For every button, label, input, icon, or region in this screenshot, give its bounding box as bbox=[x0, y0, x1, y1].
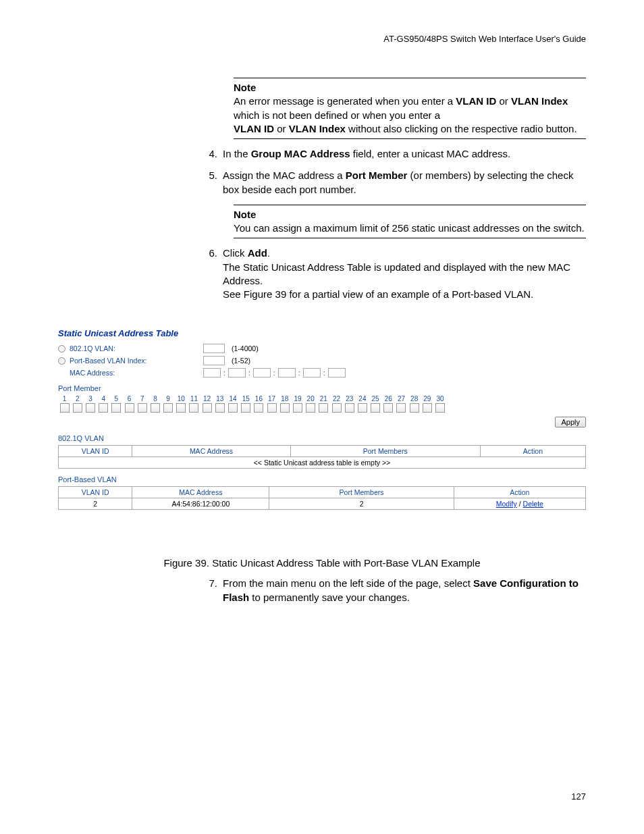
port-checkbox[interactable] bbox=[291, 402, 304, 413]
port-checkbox[interactable] bbox=[317, 402, 330, 413]
modify-link[interactable]: Modify bbox=[496, 500, 517, 508]
tbl2-h-action: Action bbox=[454, 487, 585, 498]
note1-t3: without also clicking on the respective … bbox=[346, 123, 577, 134]
port-number-label: 16 bbox=[252, 395, 265, 402]
note1-title: Note bbox=[234, 81, 586, 95]
apply-row: Apply bbox=[58, 417, 586, 427]
port-checkbox[interactable] bbox=[58, 402, 71, 413]
mac-octet-3[interactable] bbox=[253, 368, 271, 377]
port-checkbox[interactable] bbox=[188, 402, 200, 413]
port-checkbox[interactable] bbox=[175, 402, 188, 413]
port-checkbox[interactable] bbox=[382, 402, 395, 413]
step6-num: 6. bbox=[200, 246, 217, 301]
tbl1-header-row: VLAN ID MAC Address Port Members Action bbox=[59, 446, 586, 457]
tbl2-h-mac: MAC Address bbox=[132, 487, 269, 498]
port-checkbox[interactable] bbox=[226, 402, 239, 413]
main-content: Note An error message is generated when … bbox=[200, 78, 586, 301]
port-number-label: 1 bbox=[58, 395, 71, 402]
port-checkbox[interactable] bbox=[395, 402, 408, 413]
step5-a: Assign the MAC address a bbox=[223, 170, 346, 181]
figure-39: Static Unicast Address Table 802.1Q VLAN… bbox=[58, 328, 586, 510]
note1-vlanindex2: VLAN Index bbox=[289, 123, 346, 134]
row-8021q-vlan: 802.1Q VLAN: (1-4000) bbox=[58, 344, 586, 353]
content-after-figure: 7. From the main menu on the left side o… bbox=[200, 577, 586, 604]
input-portbased-index[interactable] bbox=[203, 356, 225, 365]
port-number-label: 10 bbox=[175, 395, 188, 402]
port-number-label: 21 bbox=[317, 395, 330, 402]
port-checkbox[interactable] bbox=[149, 402, 161, 413]
port-checkbox[interactable] bbox=[408, 402, 421, 413]
port-checkbox[interactable] bbox=[136, 402, 149, 413]
note1-bottom-rule bbox=[234, 138, 586, 139]
step-6: 6. Click Add. The Static Unicast Address… bbox=[200, 246, 586, 301]
port-checkbox[interactable] bbox=[84, 402, 97, 413]
label-portbased: Port-Based VLAN Index: bbox=[70, 357, 146, 365]
mac-octet-1[interactable] bbox=[203, 368, 221, 377]
tbl1-empty-text: << Static Unicast address table is empty… bbox=[59, 457, 586, 469]
note1-t2: which is not been defined or when you en… bbox=[234, 109, 440, 121]
port-checkbox[interactable] bbox=[110, 402, 123, 413]
input-8021q-vlan[interactable] bbox=[203, 344, 225, 353]
port-number-label: 26 bbox=[382, 395, 395, 402]
delete-link[interactable]: Delete bbox=[523, 500, 543, 508]
port-number-label: 2 bbox=[71, 395, 84, 402]
steps-list-3: 7. From the main menu on the left side o… bbox=[200, 577, 586, 604]
row-mac-address: MAC Address: : : : : : bbox=[58, 368, 586, 377]
note2-bottom-rule bbox=[234, 238, 586, 238]
port-checkbox[interactable] bbox=[123, 402, 136, 413]
apply-button[interactable]: Apply bbox=[555, 417, 586, 427]
step6-line3: See Figure 39 for a partial view of an e… bbox=[223, 288, 533, 300]
port-checkbox[interactable] bbox=[433, 402, 446, 413]
port-checkbox[interactable] bbox=[265, 402, 278, 413]
tbl1-h-members: Port Members bbox=[290, 446, 480, 457]
port-checkbox[interactable] bbox=[343, 402, 356, 413]
port-checkbox[interactable] bbox=[304, 402, 317, 413]
port-checkbox[interactable] bbox=[97, 402, 110, 413]
port-number-label: 12 bbox=[200, 395, 213, 402]
port-number-label: 6 bbox=[123, 395, 136, 402]
port-checkbox[interactable] bbox=[71, 402, 84, 413]
mac-octet-2[interactable] bbox=[228, 368, 246, 377]
tbl1-h-mac: MAC Address bbox=[132, 446, 290, 457]
port-number-label: 19 bbox=[291, 395, 304, 402]
table-portbased: VLAN ID MAC Address Port Members Action … bbox=[58, 486, 586, 510]
port-number-label: 27 bbox=[395, 395, 408, 402]
port-checkbox[interactable] bbox=[330, 402, 343, 413]
step-7: 7. From the main menu on the left side o… bbox=[200, 577, 586, 604]
port-number-label: 28 bbox=[408, 395, 421, 402]
port-checkbox[interactable] bbox=[278, 402, 291, 413]
mac-octet-6[interactable] bbox=[328, 368, 346, 377]
port-checkbox[interactable] bbox=[252, 402, 265, 413]
figure-title: Static Unicast Address Table bbox=[58, 328, 586, 338]
mac-octet-5[interactable] bbox=[303, 368, 321, 377]
radio-8021q[interactable] bbox=[58, 345, 65, 353]
port-checkbox[interactable] bbox=[200, 402, 213, 413]
port-checkbox[interactable] bbox=[162, 402, 175, 413]
note2-top-rule bbox=[234, 205, 586, 205]
radio-portbased[interactable] bbox=[58, 357, 65, 365]
port-checkbox[interactable] bbox=[213, 402, 226, 413]
port-number-label: 8 bbox=[149, 395, 161, 402]
step5-num: 5. bbox=[200, 169, 217, 197]
step6-c: . bbox=[267, 247, 270, 259]
section-portbased: Port-Based VLAN bbox=[58, 475, 586, 484]
mac-octet-4[interactable] bbox=[278, 368, 296, 377]
tbl2-data-row: 2 A4:54:86:12:00:00 2 Modify/Delete bbox=[59, 498, 586, 510]
mac-input-group: : : : : : bbox=[203, 368, 346, 377]
port-number-label: 22 bbox=[330, 395, 343, 402]
step6-line2: The Static Unicast Address Table is upda… bbox=[223, 261, 570, 286]
port-checkbox[interactable] bbox=[240, 402, 252, 413]
ports-checkbox-row bbox=[58, 402, 586, 413]
port-number-label: 11 bbox=[188, 395, 200, 402]
port-number-label: 5 bbox=[110, 395, 123, 402]
port-checkbox[interactable] bbox=[356, 402, 369, 413]
step7-c: to permanently save your changes. bbox=[249, 592, 410, 603]
port-checkbox[interactable] bbox=[421, 402, 433, 413]
steps-list-2: 6. Click Add. The Static Unicast Address… bbox=[200, 246, 586, 301]
step7-body: From the main menu on the left side of t… bbox=[223, 577, 586, 604]
note2-text: You can assign a maximum limit of 256 st… bbox=[234, 221, 586, 235]
port-number-label: 17 bbox=[265, 395, 278, 402]
note1-top-rule bbox=[234, 78, 586, 78]
port-checkbox[interactable] bbox=[369, 402, 382, 413]
tbl2-header-row: VLAN ID MAC Address Port Members Action bbox=[59, 487, 586, 498]
